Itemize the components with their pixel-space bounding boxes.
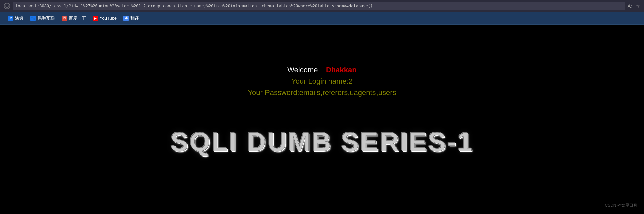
bookmark-pengpeng[interactable]: 🐾 鹏鹏互联: [28, 14, 58, 23]
bookmark-star-icon[interactable]: ☆: [636, 3, 640, 9]
title-bar-actions: A↕ ☆: [628, 3, 640, 9]
youtube-icon: ▶: [93, 16, 98, 21]
bookmark-baidu-label: 百度一下: [69, 15, 86, 21]
welcome-label: Welcome: [287, 66, 318, 74]
sqli-title-text: SQLI DUMB SERIES-1: [170, 127, 474, 157]
login-name-label: Your Login name:: [291, 77, 349, 85]
reader-mode-icon[interactable]: A↕: [628, 3, 633, 9]
bookmark-youtube-label: YouTube: [100, 16, 117, 21]
bookmark-translate-label: 翻译: [130, 15, 139, 21]
bookmark-pengpeng-label: 鹏鹏互联: [37, 15, 55, 21]
login-name-value: 2: [349, 77, 353, 85]
url-bar[interactable]: localhost:8080/Less-1/?id=-1%27%20union%…: [13, 2, 625, 10]
password-line: Your Password:emails,referers,uagents,us…: [248, 88, 396, 97]
translate-icon: 译: [123, 16, 129, 21]
password-value: emails,referers,uagents,users: [299, 88, 396, 97]
baidu-icon: 百: [62, 16, 67, 21]
watermark-text: CSDN @繁星日月: [605, 203, 637, 208]
sqli-title-section: SQLI DUMB SERIES-1: [170, 127, 474, 157]
main-content: Welcome Dhakkan Your Login name:2 Your P…: [0, 25, 644, 212]
welcome-section: Welcome Dhakkan Your Login name:2 Your P…: [248, 66, 396, 100]
info-icon: ⓘ: [4, 3, 10, 9]
bookmark-translate[interactable]: 译 翻译: [121, 14, 142, 23]
pengpeng-icon: 🐾: [30, 16, 36, 21]
bookmark-seep[interactable]: ≋ 渗透: [5, 14, 26, 23]
seep-icon: ≋: [8, 16, 13, 21]
login-name-line: Your Login name:2: [248, 77, 396, 86]
welcome-line: Welcome Dhakkan: [248, 66, 396, 74]
footer-watermark: CSDN @繁星日月: [605, 203, 637, 208]
bookmark-baidu[interactable]: 百 百度一下: [59, 14, 89, 23]
bookmark-youtube[interactable]: ▶ YouTube: [90, 14, 119, 22]
bookmark-seep-label: 渗透: [15, 15, 24, 21]
url-text: localhost:8080/Less-1/?id=-1%27%20union%…: [15, 4, 380, 8]
browser-chrome: ⓘ localhost:8080/Less-1/?id=-1%27%20unio…: [0, 0, 644, 25]
title-bar: ⓘ localhost:8080/Less-1/?id=-1%27%20unio…: [0, 0, 644, 12]
welcome-name: Dhakkan: [326, 66, 357, 74]
password-label: Your Password:: [248, 88, 299, 97]
bookmarks-bar: ≋ 渗透 🐾 鹏鹏互联 百 百度一下 ▶ YouTube 译 翻译: [0, 12, 644, 25]
